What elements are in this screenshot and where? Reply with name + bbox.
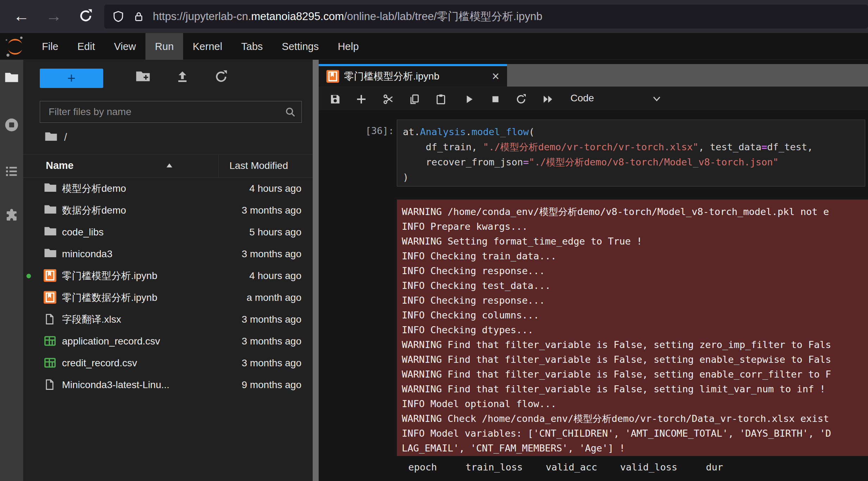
file-row[interactable]: 数据分析demo3 months ago — [23, 200, 313, 221]
panel-splitter[interactable] — [313, 60, 319, 481]
file-name: 零门槛数据分析.ipynb — [62, 291, 157, 304]
training-table-header: epoch train_loss valid_acc valid_loss du… — [397, 462, 723, 473]
file-row[interactable]: credit_record.csv3 months ago — [23, 352, 313, 374]
menu-item-file[interactable]: File — [32, 33, 68, 60]
upload-icon[interactable] — [175, 70, 189, 85]
column-name[interactable]: Name — [46, 160, 74, 171]
table-of-contents-icon[interactable] — [0, 164, 23, 179]
file-name: miniconda3 — [62, 248, 112, 260]
left-activity-bar — [0, 60, 23, 481]
menu-item-settings[interactable]: Settings — [272, 33, 328, 60]
file-list-header: Name Last Modified — [23, 154, 313, 178]
notebook-icon — [326, 70, 339, 83]
spreadsheet-icon — [44, 335, 56, 349]
new-folder-icon[interactable] — [135, 70, 151, 84]
file-modified: 4 hours ago — [249, 183, 301, 194]
file-modified: 4 hours ago — [249, 270, 301, 281]
jupyterlab-menu-bar: FileEditViewRunKernelTabsSettingsHelp — [0, 33, 868, 60]
notebook-tab[interactable]: 零门槛模型分析.ipynb × — [319, 64, 507, 87]
file-name: 模型分析demo — [62, 182, 126, 195]
run-cell-icon[interactable] — [463, 93, 475, 107]
breadcrumb[interactable]: / — [44, 131, 67, 144]
file-row[interactable]: Miniconda3-latest-Linu...9 months ago — [23, 374, 313, 396]
reload-icon[interactable] — [78, 0, 94, 32]
folder-icon — [44, 204, 57, 216]
cell-execution-prompt: [36]: — [353, 125, 394, 136]
file-row[interactable]: 零门槛模型分析.ipynb4 hours ago — [23, 265, 313, 287]
new-launcher-button[interactable]: + — [40, 69, 103, 88]
search-icon — [285, 106, 296, 120]
notebook-icon — [44, 291, 56, 305]
file-name: Miniconda3-latest-Linu... — [62, 379, 169, 391]
folder-icon — [44, 182, 57, 195]
folder-icon[interactable] — [0, 71, 23, 84]
file-row[interactable]: application_record.csv3 months ago — [23, 330, 313, 352]
spreadsheet-icon — [44, 356, 56, 371]
filter-files-input[interactable] — [40, 101, 301, 122]
running-kernels-icon[interactable] — [0, 117, 23, 133]
url-bar[interactable]: https://jupyterlab-cn.metanoia8295.com/o… — [104, 5, 868, 29]
stderr-log-text: WARNING /home/conda_env/模型分析demo/v8-torc… — [397, 200, 868, 456]
file-modified: 3 months ago — [242, 205, 301, 216]
file-icon — [44, 313, 56, 327]
file-row[interactable]: 模型分析demo4 hours ago — [23, 178, 313, 200]
shield-icon[interactable] — [112, 10, 125, 24]
save-icon[interactable] — [329, 93, 341, 107]
file-list: 模型分析demo4 hours ago数据分析demo3 months agoc… — [23, 178, 313, 396]
menu-item-kernel[interactable]: Kernel — [183, 33, 232, 60]
restart-kernel-icon[interactable] — [515, 93, 527, 107]
breadcrumb-root: / — [64, 131, 67, 143]
file-icon — [44, 378, 56, 392]
notebook-toolbar: Code — [319, 87, 868, 111]
refresh-icon[interactable] — [214, 70, 228, 85]
copy-cells-icon[interactable] — [408, 93, 420, 107]
paste-cells-icon[interactable] — [435, 93, 447, 107]
file-name: application_record.csv — [62, 336, 160, 347]
cut-cells-icon[interactable] — [382, 93, 395, 107]
file-browser-panel: + / Name Last Modified — [23, 60, 313, 481]
code-line: recover_from_json="./模型分析demo/v8-torch/M… — [403, 154, 865, 170]
browser-toolbar: ← → https://jupyterlab-cn.metanoia8295.c… — [0, 0, 868, 33]
close-tab-icon[interactable]: × — [492, 66, 499, 87]
sort-ascending-icon[interactable] — [164, 162, 175, 172]
menu-bar-items: FileEditViewRunKernelTabsSettingsHelp — [32, 33, 368, 60]
interrupt-kernel-icon[interactable] — [489, 93, 501, 107]
file-row[interactable]: miniconda33 months ago — [23, 243, 313, 265]
chevron-down-icon[interactable] — [651, 95, 662, 105]
extensions-icon[interactable] — [0, 208, 23, 222]
notebook-icon — [44, 269, 56, 283]
running-dot — [26, 274, 31, 278]
file-row[interactable]: 零门槛数据分析.ipynba month ago — [23, 287, 313, 309]
menu-item-help[interactable]: Help — [328, 33, 368, 60]
folder-icon — [44, 247, 57, 260]
lock-icon[interactable] — [133, 10, 144, 23]
code-line: df_train, "./模型分析demo/vr-torch/vr-torch.… — [403, 139, 865, 154]
column-last-modified[interactable]: Last Modified — [229, 160, 288, 171]
cell-type-select[interactable]: Code — [570, 93, 594, 104]
menu-item-view[interactable]: View — [105, 33, 145, 60]
jupyterlab-window: ← → https://jupyterlab-cn.metanoia8295.c… — [0, 0, 868, 481]
back-icon[interactable]: ← — [13, 0, 30, 33]
file-modified: 3 months ago — [242, 248, 301, 260]
file-modified: 5 hours ago — [249, 227, 301, 238]
jupyter-logo-icon — [4, 36, 26, 59]
file-name: code_libs — [62, 227, 104, 238]
file-row[interactable]: 字段翻译.xlsx3 months ago — [23, 309, 313, 330]
file-row[interactable]: code_libs5 hours ago — [23, 221, 313, 243]
home-folder-icon[interactable] — [44, 131, 58, 144]
tab-title: 零门槛模型分析.ipynb — [344, 70, 439, 83]
folder-icon — [44, 226, 57, 238]
code-cell-editor[interactable]: at.Analysis.model_flow( df_train, "./模型分… — [397, 120, 865, 186]
notebook-main-area: 零门槛模型分析.ipynb × — [319, 60, 868, 481]
file-modified: 9 months ago — [242, 379, 301, 391]
menu-item-edit[interactable]: Edit — [68, 33, 105, 60]
add-cell-icon[interactable] — [355, 93, 367, 107]
code-line: at.Analysis.model_flow( — [403, 124, 865, 139]
cell-stderr-output: WARNING /home/conda_env/模型分析demo/v8-torc… — [397, 200, 868, 456]
forward-icon[interactable]: → — [46, 0, 62, 33]
column-divider — [218, 154, 219, 177]
menu-item-run[interactable]: Run — [145, 33, 183, 60]
file-name: credit_record.csv — [62, 357, 137, 369]
menu-item-tabs[interactable]: Tabs — [232, 33, 272, 60]
restart-run-all-icon[interactable] — [541, 93, 555, 107]
